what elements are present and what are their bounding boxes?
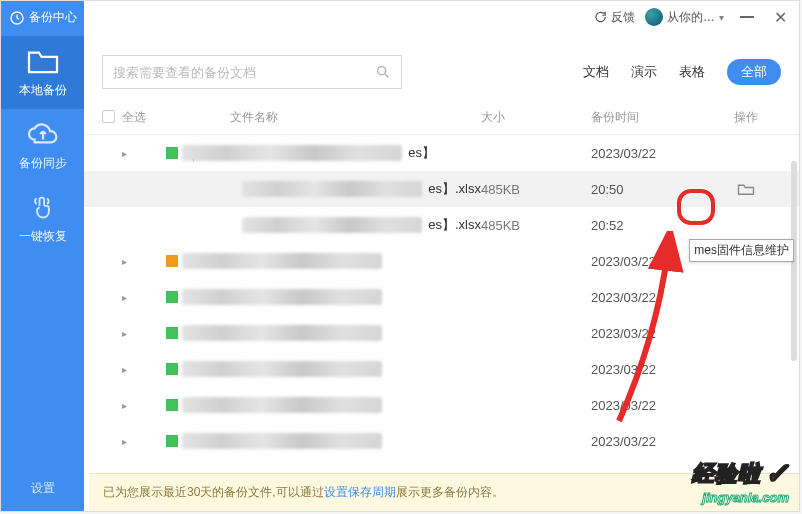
sidebar-item-backup-sync[interactable]: 备份同步 — [1, 109, 84, 182]
sidebar-settings[interactable]: 设置 — [1, 480, 84, 511]
app-window: 备份中心 本地备份 备份同步 一键恢复 设置 — [0, 0, 800, 512]
backup-time: 2023/03/22 — [591, 290, 711, 305]
sidebar-item-restore[interactable]: 一键恢复 — [1, 182, 84, 255]
expand-triangle-icon[interactable]: ▸ — [122, 328, 127, 339]
file-name: es】 — [182, 144, 481, 162]
app-title: 备份中心 — [29, 9, 77, 26]
col-size: 大小 — [481, 109, 591, 126]
avatar — [645, 8, 663, 26]
sidebar-item-label: 本地备份 — [19, 82, 67, 99]
filter-ppt[interactable]: 演示 — [631, 63, 657, 81]
file-name — [182, 325, 481, 341]
file-name: es】.xlsx — [182, 216, 481, 234]
search-box[interactable] — [102, 55, 402, 89]
sidebar: 备份中心 本地备份 备份同步 一键恢复 设置 — [1, 1, 84, 511]
toolbar: 文档 演示 表格 全部 — [84, 33, 799, 101]
col-selectall[interactable]: 全选 — [122, 109, 162, 126]
filter-all[interactable]: 全部 — [727, 59, 781, 85]
filter-sheet[interactable]: 表格 — [679, 63, 705, 81]
file-name — [182, 253, 481, 269]
backup-time: 20:50 — [591, 182, 711, 197]
file-icon — [166, 327, 178, 339]
search-icon — [375, 64, 391, 80]
file-size: 485KB — [481, 218, 591, 233]
backup-time: 2023/03/22 — [591, 146, 711, 161]
file-icon — [166, 435, 178, 447]
file-icon — [166, 147, 178, 159]
footer-post: 展示更多备份内容。 — [396, 484, 504, 501]
filter-tabs: 文档 演示 表格 全部 — [583, 59, 781, 85]
backup-time: 20:52 — [591, 218, 711, 233]
sidebar-item-local-backup[interactable]: 本地备份 — [1, 36, 84, 109]
footer-notice: 已为您展示最近30天的备份文件,可以通过 设置保存周期 展示更多备份内容。 — [89, 473, 799, 511]
chat-icon — [593, 10, 607, 24]
sidebar-item-label: 备份同步 — [19, 155, 67, 172]
file-name — [182, 289, 481, 305]
username: 从你的… — [667, 9, 715, 26]
column-headers: 全选 文件名称 大小 备份时间 操作 — [84, 101, 799, 135]
minimize-icon — [740, 16, 754, 18]
open-folder-button[interactable] — [735, 180, 757, 198]
file-name — [182, 397, 481, 413]
open-folder-tooltip: mes固件信息维护 — [689, 239, 794, 262]
close-icon: ✕ — [774, 8, 787, 27]
table-row[interactable]: es】.xlsx485KB20:52 — [84, 207, 799, 243]
expand-triangle-icon[interactable]: ▸ — [122, 292, 127, 303]
feedback-label: 反馈 — [611, 9, 635, 26]
col-name: 文件名称 — [162, 109, 481, 126]
app-title-bar: 备份中心 — [1, 1, 84, 36]
file-name — [182, 433, 481, 449]
expand-triangle-icon[interactable]: ▸ — [122, 256, 127, 267]
select-all-checkbox[interactable] — [102, 110, 115, 123]
search-input[interactable] — [113, 65, 375, 80]
expand-triangle-icon[interactable]: ▸ — [122, 364, 127, 375]
feedback-button[interactable]: 反馈 — [593, 9, 635, 26]
file-icon — [166, 291, 178, 303]
file-icon — [166, 255, 178, 267]
user-menu[interactable]: 从你的… ▾ — [645, 8, 724, 26]
table-row[interactable]: ▸es】2023/03/22 — [84, 135, 799, 171]
table-row[interactable]: ▸2023/03/22 — [84, 351, 799, 387]
file-icon — [166, 399, 178, 411]
table-row[interactable]: es】.xlsx485KB20:50 — [84, 171, 799, 207]
col-time: 备份时间 — [591, 109, 711, 126]
file-icon — [166, 363, 178, 375]
file-name — [182, 361, 481, 377]
folder-icon — [25, 46, 61, 76]
backup-time: 2023/03/22 — [591, 326, 711, 341]
sidebar-item-label: 一键恢复 — [19, 228, 67, 245]
footer-link[interactable]: 设置保存周期 — [324, 484, 396, 501]
table-row[interactable]: ▸2023/03/22 — [84, 315, 799, 351]
close-button[interactable]: ✕ — [770, 8, 791, 27]
chevron-down-icon: ▾ — [719, 12, 724, 23]
cloud-upload-icon — [25, 119, 61, 149]
backup-time: 2023/03/22 — [591, 398, 711, 413]
backup-time: 2023/03/22 — [591, 434, 711, 449]
expand-triangle-icon[interactable]: ▸ — [122, 148, 127, 159]
col-op: 操作 — [711, 109, 781, 126]
table-row[interactable]: ▸2023/03/22 — [84, 279, 799, 315]
footer-pre: 已为您展示最近30天的备份文件,可以通过 — [103, 484, 324, 501]
minimize-button[interactable] — [734, 16, 760, 18]
tap-icon — [25, 192, 61, 222]
expand-triangle-icon[interactable]: ▸ — [122, 400, 127, 411]
svg-point-1 — [378, 67, 386, 75]
table-row[interactable]: ▸2023/03/22 — [84, 423, 799, 459]
backup-time: 2023/03/22 — [591, 362, 711, 377]
file-size: 485KB — [481, 182, 591, 197]
table-row[interactable]: ▸2023/03/22 — [84, 387, 799, 423]
expand-triangle-icon[interactable]: ▸ — [122, 436, 127, 447]
file-name: es】.xlsx — [182, 180, 481, 198]
titlebar: 反馈 从你的… ▾ ✕ — [84, 1, 799, 33]
main-panel: 反馈 从你的… ▾ ✕ 文档 演示 表格 全部 — [84, 1, 799, 511]
app-logo-icon — [9, 10, 25, 26]
filter-doc[interactable]: 文档 — [583, 63, 609, 81]
file-list: ▸es】2023/03/22es】.xlsx485KB20:50es】.xlsx… — [84, 135, 799, 459]
